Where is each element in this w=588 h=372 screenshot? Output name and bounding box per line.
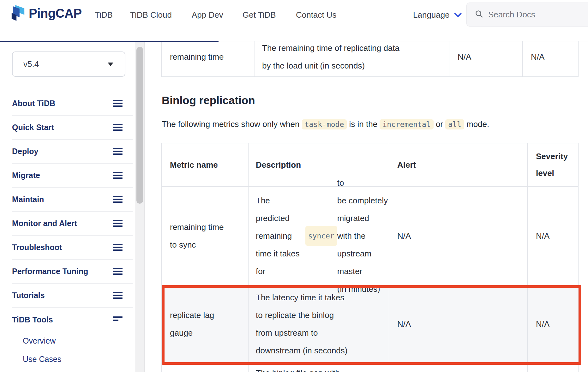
inline-code-incremental: incremental [380, 119, 433, 129]
inline-code-syncer: syncer [305, 226, 337, 246]
table-row-replicate-lag-gauge-highlighted: replicate lag gauge The latency time it … [162, 285, 578, 363]
sidebar-item-tidb-tools[interactable]: TiDB Tools [12, 308, 133, 332]
alert-cell: N/A [389, 187, 527, 285]
sidebar-scrollbar-thumb[interactable] [136, 47, 143, 204]
intro-text: is in the [347, 119, 380, 129]
hamburger-icon[interactable] [113, 244, 123, 251]
sidebar-item-about-tidb[interactable]: About TiDB [12, 92, 133, 116]
sidebar-item-migrate[interactable]: Migrate [12, 164, 133, 188]
sidebar-item-tutorials[interactable]: Tutorials [12, 284, 133, 308]
severity-cell: N/A [527, 285, 578, 363]
sidebar-item-deploy[interactable]: Deploy [12, 140, 133, 164]
language-dropdown[interactable]: Language [413, 0, 462, 30]
collapse-menu-icon[interactable] [113, 316, 123, 323]
sidebar-item-monitor-and-alert[interactable]: Monitor and Alert [12, 212, 133, 236]
intro-text: mode. [464, 119, 489, 129]
header-active-underline [0, 41, 219, 42]
pingcap-logo-icon [10, 4, 26, 23]
brand-wordmark: PingCAP [29, 6, 82, 21]
docs-sidebar: v5.4 About TiDB Quick Start Deploy Migra… [0, 42, 133, 372]
metric-name-cell [162, 363, 248, 372]
severity-cell: N/A [522, 37, 579, 76]
sidebar-subitem-use-cases[interactable]: Use Cases [12, 350, 133, 368]
description-cell: The predicted remaining time it takes fo… [248, 187, 389, 285]
sidebar-subitem-overview[interactable]: Overview [12, 332, 133, 350]
nav-item-app-dev[interactable]: App Dev [192, 0, 223, 30]
previous-metrics-table-partial-row: remaining time The remaining time of rep… [161, 37, 579, 77]
description-cell: The latency time it takes to replicate t… [248, 285, 389, 363]
nav-item-tidb[interactable]: TiDB [95, 0, 113, 30]
metric-name-cell: replicate lag gauge [162, 285, 248, 363]
intro-text: The following metrics show only when [162, 119, 302, 129]
severity-cell: N/A [527, 187, 578, 285]
description-cell: The remaining time of replicating data b… [255, 37, 449, 76]
severity-cell [527, 363, 578, 372]
sidebar-item-maintain[interactable]: Maintain [12, 188, 133, 212]
hamburger-icon[interactable] [113, 100, 123, 107]
nav-item-get-tidb[interactable]: Get TiDB [243, 0, 276, 30]
sidebar-subitem-download[interactable]: Download [12, 368, 133, 372]
search-input[interactable] [488, 10, 583, 20]
top-header: PingCAP TiDB TiDB Cloud App Dev Get TiDB… [0, 0, 588, 41]
caret-down-icon [108, 63, 113, 66]
sidebar-item-troubleshoot[interactable]: Troubleshoot [12, 236, 133, 260]
col-header-alert: Alert [389, 143, 527, 186]
language-label: Language [413, 10, 450, 20]
hamburger-icon[interactable] [113, 220, 123, 227]
alert-cell: N/A [449, 37, 522, 76]
alert-cell: N/A [389, 285, 527, 363]
sidebar-item-quick-start[interactable]: Quick Start [12, 116, 133, 140]
sidebar-item-performance-tuning[interactable]: Performance Tuning [12, 260, 133, 284]
search-box[interactable] [466, 3, 588, 27]
nav-item-tidb-cloud[interactable]: TiDB Cloud [130, 0, 172, 30]
intro-text: or [434, 119, 446, 129]
hamburger-icon[interactable] [113, 172, 123, 179]
version-selector[interactable]: v5.4 [12, 51, 125, 77]
hamburger-icon[interactable] [113, 196, 123, 203]
pingcap-logo[interactable]: PingCAP [10, 4, 82, 23]
doc-content: remaining time The remaining time of rep… [162, 42, 579, 372]
version-value: v5.4 [23, 59, 39, 69]
header-divider [219, 41, 588, 41]
search-icon [475, 10, 483, 19]
sidebar-scrollbar-track[interactable] [135, 42, 145, 372]
description-cell: The binlog file gap with [248, 363, 389, 372]
metric-name-cell: remaining time to sync [162, 187, 248, 285]
table-row-partial: The binlog file gap with [162, 363, 578, 372]
hamburger-icon[interactable] [113, 292, 123, 299]
hamburger-icon[interactable] [113, 124, 123, 131]
sidebar-nav: About TiDB Quick Start Deploy Migrate Ma… [12, 92, 133, 372]
section-heading: Binlog replication [162, 93, 255, 108]
col-header-metric-name: Metric name [162, 143, 248, 186]
section-intro: The following metrics show only when tas… [162, 116, 489, 132]
nav-item-contact-us[interactable]: Contact Us [296, 0, 337, 30]
hamburger-icon[interactable] [113, 148, 123, 155]
inline-code-all: all [445, 119, 464, 129]
alert-cell [389, 363, 527, 372]
inline-code-task-mode: task-mode [302, 119, 347, 129]
col-header-severity-level: Severity level [527, 143, 578, 186]
chevron-down-icon [454, 10, 462, 20]
hamburger-icon[interactable] [113, 268, 123, 275]
binlog-replication-metrics-table: Metric name Description Alert Severity l… [161, 143, 579, 372]
table-row-remaining-time-to-sync: remaining time to sync The predicted rem… [162, 186, 578, 285]
metric-name-cell: remaining time [161, 37, 255, 76]
